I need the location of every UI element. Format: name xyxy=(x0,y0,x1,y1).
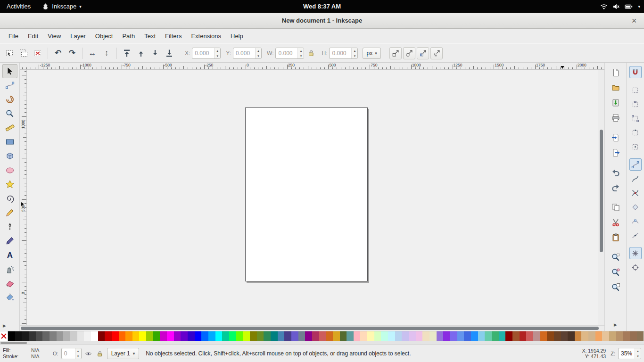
new-document-button[interactable] xyxy=(609,66,622,79)
close-button[interactable]: × xyxy=(629,16,639,26)
move-patterns-toggle[interactable] xyxy=(430,47,443,59)
tool-spray[interactable] xyxy=(2,262,17,276)
layer-lock-icon[interactable] xyxy=(96,349,104,358)
tool-spiral[interactable] xyxy=(2,191,17,206)
spin-arrows[interactable]: ▴▾ xyxy=(255,48,261,58)
palette-swatch[interactable] xyxy=(450,331,457,341)
palette-swatch[interactable] xyxy=(471,331,478,341)
palette-swatch[interactable] xyxy=(174,331,181,341)
palette-swatch[interactable] xyxy=(201,331,208,341)
move-gradients-toggle[interactable] xyxy=(417,47,429,59)
snap-to-paths-toggle[interactable] xyxy=(629,173,642,185)
palette-swatch[interactable] xyxy=(257,331,264,341)
palette-swatch[interactable] xyxy=(305,331,312,341)
menu-edit[interactable]: Edit xyxy=(23,30,43,42)
y-input[interactable]: 0.000▴▾ xyxy=(233,48,262,59)
document-page[interactable] xyxy=(245,107,368,281)
snap-other-points-toggle[interactable] xyxy=(629,247,642,259)
horizontal-scrollbar-thumb[interactable] xyxy=(21,327,599,330)
palette-swatch[interactable] xyxy=(340,331,347,341)
palette-swatch[interactable] xyxy=(505,331,512,341)
raise-to-top-button[interactable] xyxy=(120,47,133,60)
flip-horizontal-button[interactable]: ↔ xyxy=(86,47,99,60)
snap-to-cusp-nodes-toggle[interactable] xyxy=(629,201,642,213)
palette-swatch[interactable] xyxy=(360,331,367,341)
opacity-input[interactable]: 0▴▾ xyxy=(61,348,82,359)
palette-swatch[interactable] xyxy=(595,331,603,341)
palette-swatch[interactable] xyxy=(119,331,126,341)
snap-bbox-edge-midpoints-toggle[interactable] xyxy=(629,126,642,139)
palette-swatch[interactable] xyxy=(422,331,429,341)
palette-swatch[interactable] xyxy=(243,331,250,341)
cut-button[interactable] xyxy=(609,216,622,229)
lower-button[interactable] xyxy=(149,47,162,60)
palette-swatch[interactable] xyxy=(354,331,361,341)
palette-swatch[interactable] xyxy=(554,331,561,341)
layer-selector[interactable]: Layer 1▾ xyxy=(107,348,140,359)
spin-arrows[interactable]: ▴▾ xyxy=(297,48,304,58)
palette-swatch[interactable] xyxy=(77,331,84,341)
units-dropdown[interactable]: px▾ xyxy=(363,48,380,59)
palette-swatch[interactable] xyxy=(229,331,236,341)
export-button[interactable] xyxy=(609,146,622,159)
menu-extensions[interactable]: Extensions xyxy=(186,30,226,42)
menu-object[interactable]: Object xyxy=(91,30,118,42)
spin-arrows[interactable]: ▴▾ xyxy=(214,48,220,58)
select-all-in-all-layers-button[interactable] xyxy=(17,47,30,60)
palette-swatch[interactable] xyxy=(250,331,257,341)
menu-path[interactable]: Path xyxy=(117,30,140,42)
snap-to-path-intersections-toggle[interactable] xyxy=(629,187,642,199)
palette-swatch[interactable] xyxy=(437,331,444,341)
tool-eraser[interactable] xyxy=(2,276,17,290)
palette-swatch[interactable] xyxy=(167,331,174,341)
scale-rounded-corners-toggle[interactable] xyxy=(403,47,415,59)
palette-swatch[interactable] xyxy=(326,331,333,341)
palette-swatch[interactable] xyxy=(195,331,202,341)
palette-scrollbar-thumb[interactable] xyxy=(0,342,27,344)
layer-visibility-icon[interactable] xyxy=(84,349,93,358)
tool-pen[interactable] xyxy=(2,220,17,234)
palette-swatch[interactable] xyxy=(637,331,644,341)
palette-swatch[interactable] xyxy=(153,331,160,341)
palette-swatch[interactable] xyxy=(125,331,132,341)
snap-bounding-box-toggle[interactable] xyxy=(629,84,642,96)
tool-ellipse[interactable] xyxy=(2,163,17,177)
palette-swatch[interactable] xyxy=(29,331,36,341)
palette-swatch[interactable] xyxy=(284,331,291,341)
vertical-scrollbar-thumb[interactable] xyxy=(600,130,603,252)
spin-arrows[interactable]: ▴▾ xyxy=(635,348,641,359)
palette-swatch[interactable] xyxy=(271,331,278,341)
palette-swatch[interactable] xyxy=(464,331,471,341)
activities-button[interactable]: Activities xyxy=(0,0,37,13)
rotate-cw-button[interactable]: ↷ xyxy=(66,47,79,60)
palette-swatch[interactable] xyxy=(312,331,319,341)
palette-swatch[interactable] xyxy=(215,331,223,341)
palette-swatch[interactable] xyxy=(512,331,520,341)
palette-swatch[interactable] xyxy=(236,331,243,341)
palette-swatch[interactable] xyxy=(416,331,423,341)
palette-swatch[interactable] xyxy=(581,331,588,341)
palette-swatch[interactable] xyxy=(367,331,374,341)
palette-swatch[interactable] xyxy=(568,331,575,341)
palette-swatch[interactable] xyxy=(112,331,119,341)
spin-arrows[interactable]: ▴▾ xyxy=(75,348,81,359)
palette-swatch[interactable] xyxy=(602,331,609,341)
palette-swatch[interactable] xyxy=(526,331,533,341)
palette-swatch[interactable] xyxy=(540,331,547,341)
tool-paint-bucket[interactable] xyxy=(2,290,17,304)
palette-swatch[interactable] xyxy=(457,331,464,341)
paste-button[interactable] xyxy=(609,231,622,244)
zoom-selection-button[interactable] xyxy=(609,251,622,264)
canvas[interactable] xyxy=(27,70,598,325)
toolbox-overflow-button[interactable]: ▶ xyxy=(0,323,19,328)
lower-to-bottom-button[interactable] xyxy=(163,47,176,60)
x-input[interactable]: 0.000▴▾ xyxy=(192,48,221,59)
palette-swatch[interactable] xyxy=(381,331,388,341)
palette-swatch[interactable] xyxy=(616,331,623,341)
copy-button[interactable] xyxy=(609,201,622,214)
clock[interactable]: Wed 8:37 AM xyxy=(303,3,341,10)
spin-arrows[interactable]: ▴▾ xyxy=(351,48,357,58)
zoom-page-button[interactable] xyxy=(609,281,622,294)
palette-swatch[interactable] xyxy=(623,331,630,341)
palette-swatch[interactable] xyxy=(492,331,499,341)
